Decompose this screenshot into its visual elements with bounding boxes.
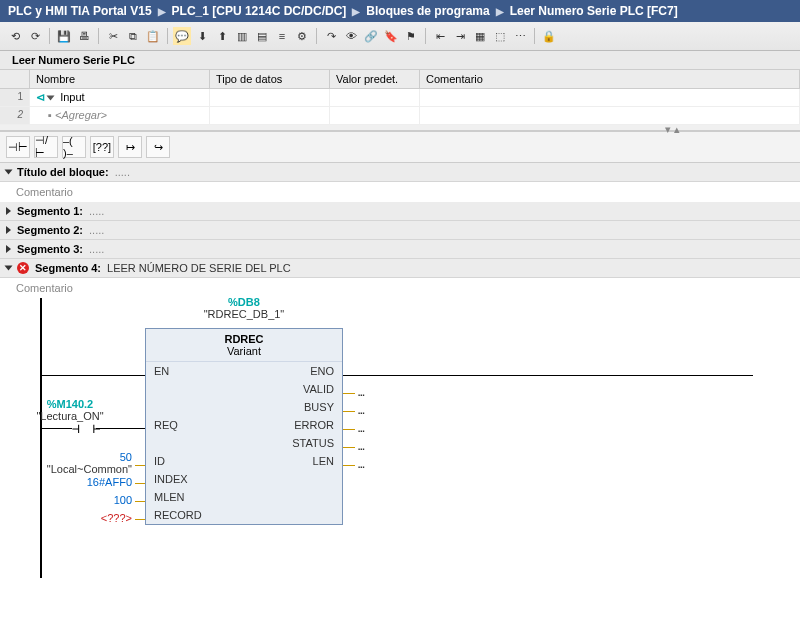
network-icon[interactable]: ⬚ (491, 27, 509, 45)
box-icon[interactable]: [??] (90, 136, 114, 158)
flag-icon[interactable]: ⚑ (402, 27, 420, 45)
crumb-3[interactable]: Leer Numero Serie PLC [FC7] (510, 4, 678, 18)
breadcrumb[interactable]: PLC y HMI TIA Portal V15 ▶ PLC_1 [CPU 12… (0, 0, 800, 22)
bookmark-icon[interactable]: 🔖 (382, 27, 400, 45)
pin-valid[interactable]: VALID (303, 383, 334, 395)
table-row[interactable]: 1 ⊲ Input (0, 89, 800, 107)
print-icon[interactable]: 🖶 (75, 27, 93, 45)
goto-icon[interactable]: ↷ (322, 27, 340, 45)
col-nombre[interactable]: Nombre (30, 70, 210, 88)
wire (343, 429, 355, 430)
refresh-all-icon[interactable]: ⟳ (26, 27, 44, 45)
pin-index[interactable]: INDEX (154, 473, 188, 485)
copy-icon[interactable]: ⧉ (124, 27, 142, 45)
block-down-icon[interactable]: ▥ (233, 27, 251, 45)
index-input[interactable]: 16#AFF0 (50, 476, 132, 488)
indent-right-icon[interactable]: ⇥ (451, 27, 469, 45)
crumb-1[interactable]: PLC_1 [CPU 1214C DC/DC/DC] (172, 4, 347, 18)
chevron-right-icon[interactable] (6, 207, 11, 215)
toolbar-area: ⟲ ⟳ 💾 🖶 ✂ ⧉ 📋 💬 ⬇ ⬆ ▥ ▤ ≡ ⚙ ↷ 👁 🔗 🔖 ⚑ ⇤ … (0, 22, 800, 51)
segment-3-header[interactable]: Segmento 3: ..... (0, 240, 800, 259)
block-up-icon[interactable]: ▤ (253, 27, 271, 45)
jump-icon[interactable]: ↪ (146, 136, 170, 158)
block-comment[interactable]: Comentario (0, 182, 800, 202)
col-num (0, 70, 30, 88)
separator (167, 28, 168, 44)
pin-error[interactable]: ERROR (294, 419, 334, 431)
valid-output[interactable]: … (358, 386, 365, 399)
wire (42, 375, 145, 376)
comment-icon[interactable]: 💬 (173, 27, 191, 45)
block-title-section[interactable]: Título del bloque: ..... (0, 163, 800, 182)
wire (96, 428, 145, 429)
chevron-down-icon[interactable] (5, 266, 13, 271)
fb-variant: Variant (150, 345, 338, 357)
crumb-0[interactable]: PLC y HMI TIA Portal V15 (8, 4, 152, 18)
pin-record[interactable]: RECORD (154, 509, 202, 521)
section-label: Título del bloque: (17, 166, 109, 178)
segment-4-header[interactable]: ✕ Segmento 4: LEER NÚMERO DE SERIE DEL P… (0, 259, 800, 278)
mlen-input[interactable]: 100 (50, 494, 132, 506)
wire (135, 465, 145, 466)
paste-icon[interactable]: 📋 (144, 27, 162, 45)
busy-output[interactable]: … (358, 404, 365, 417)
chevron-right-icon[interactable] (6, 245, 11, 253)
row-num: 2 (0, 107, 30, 124)
block-name-header: Leer Numero Serie PLC (0, 51, 800, 70)
pin-len[interactable]: LEN (313, 455, 334, 467)
crumb-2[interactable]: Bloques de programa (366, 4, 489, 18)
refresh-icon[interactable]: ⟲ (6, 27, 24, 45)
id-input[interactable]: 50 "Local~Common" (20, 451, 132, 475)
segment-title[interactable]: LEER NÚMERO DE SERIE DEL PLC (107, 262, 291, 274)
pin-mlen[interactable]: MLEN (154, 491, 185, 503)
col-tipo[interactable]: Tipo de datos (210, 70, 330, 88)
cut-icon[interactable]: ✂ (104, 27, 122, 45)
pin-req[interactable]: REQ (154, 419, 178, 431)
align-icon[interactable]: ▦ (471, 27, 489, 45)
record-input[interactable]: <???> (50, 512, 132, 524)
more-icon[interactable]: ⋯ (511, 27, 529, 45)
compile-icon[interactable]: ⚙ (293, 27, 311, 45)
segment-comment[interactable]: Comentario (0, 278, 800, 298)
segment-1-header[interactable]: Segmento 1: ..... (0, 202, 800, 221)
pin-eno[interactable]: ENO (310, 365, 334, 377)
req-tag[interactable]: %M140.2 "Lectura_ON" (30, 398, 110, 422)
req-addr: %M140.2 (30, 398, 110, 410)
row-name[interactable]: ⊲ Input (30, 89, 210, 106)
splitter-handle-icon[interactable]: ▾ ▴ (665, 123, 680, 136)
table-row[interactable]: 2 ⊲ ▪ <Agregar> (0, 107, 800, 125)
col-comentario[interactable]: Comentario (420, 70, 800, 88)
row-add-placeholder[interactable]: ⊲ ▪ <Agregar> (30, 107, 210, 124)
id-str: "Local~Common" (20, 463, 132, 475)
download-icon[interactable]: ⬇ (193, 27, 211, 45)
block-name-text: Leer Numero Serie PLC (12, 54, 135, 66)
branch-icon[interactable]: ↦ (118, 136, 142, 158)
chevron-down-icon[interactable] (47, 96, 55, 101)
pin-busy[interactable]: BUSY (304, 401, 334, 413)
col-valor[interactable]: Valor predet. (330, 70, 420, 88)
chevron-right-icon[interactable] (6, 226, 11, 234)
chevron-down-icon[interactable] (5, 170, 13, 175)
pin-id[interactable]: ID (154, 455, 165, 467)
contact-nc-icon[interactable]: ⊣/⊢ (34, 136, 58, 158)
contact-no-icon[interactable]: ⊣⊢ (6, 136, 30, 158)
lock-icon[interactable]: 🔒 (540, 27, 558, 45)
len-output[interactable]: … (358, 458, 365, 471)
monitor-icon[interactable]: 👁 (342, 27, 360, 45)
pin-status[interactable]: STATUS (292, 437, 334, 449)
link-icon[interactable]: 🔗 (362, 27, 380, 45)
status-output[interactable]: … (358, 440, 365, 453)
function-block[interactable]: RDREC Variant ENENO VALID BUSY REQERROR … (145, 328, 343, 525)
fb-name: RDREC (150, 333, 338, 345)
ladder-network[interactable]: %DB8 "RDREC_DB_1" RDREC Variant ENENO VA… (0, 298, 800, 578)
pin-en[interactable]: EN (154, 365, 169, 377)
save-icon[interactable]: 💾 (55, 27, 73, 45)
coil-icon[interactable]: –( )– (62, 136, 86, 158)
instance-db-label[interactable]: %DB8 "RDREC_DB_1" (145, 296, 343, 320)
upload-icon[interactable]: ⬆ (213, 27, 231, 45)
indent-left-icon[interactable]: ⇤ (431, 27, 449, 45)
segment-2-header[interactable]: Segmento 2: ..... (0, 221, 800, 240)
error-output[interactable]: … (358, 422, 365, 435)
separator (534, 28, 535, 44)
list-icon[interactable]: ≡ (273, 27, 291, 45)
